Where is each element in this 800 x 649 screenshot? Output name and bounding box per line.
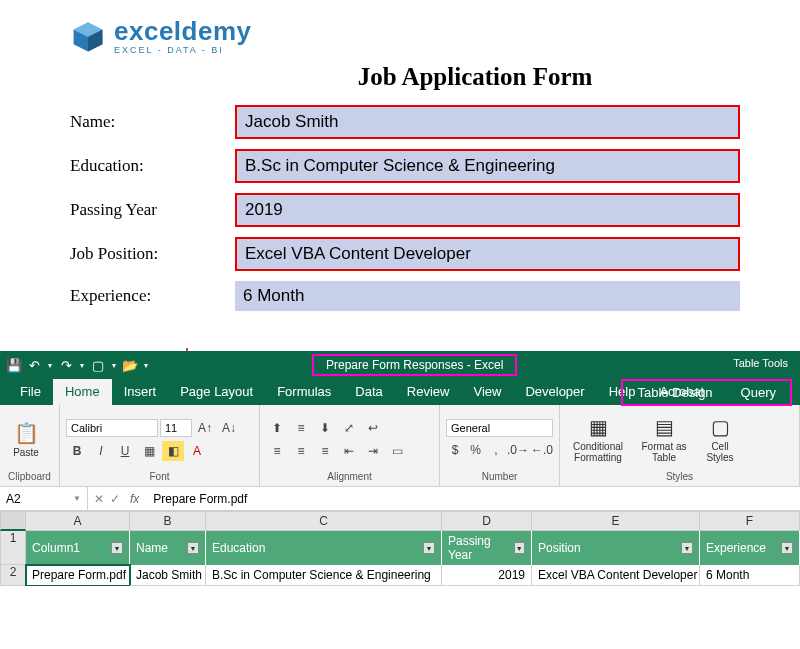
align-left-icon[interactable]: ≡ xyxy=(266,441,288,461)
form-title: Job Application Form xyxy=(210,63,740,91)
align-right-icon[interactable]: ≡ xyxy=(314,441,336,461)
cell-B2[interactable]: Jacob Smith xyxy=(130,565,206,586)
new-icon[interactable]: ▢ xyxy=(90,357,106,373)
formula-input[interactable]: Prepare Form.pdf xyxy=(145,492,800,506)
indent-inc-icon[interactable]: ⇥ xyxy=(362,441,384,461)
undo-icon[interactable]: ↶ xyxy=(26,357,42,373)
tab-home[interactable]: Home xyxy=(53,379,112,405)
percent-icon[interactable]: % xyxy=(466,440,484,460)
label-passing: Passing Year xyxy=(70,200,235,220)
inc-decimal-icon[interactable]: .0→ xyxy=(507,440,529,460)
wrap-text-icon[interactable]: ↩ xyxy=(362,418,384,438)
label-experience: Experience: xyxy=(70,286,235,306)
tab-formulas[interactable]: Formulas xyxy=(265,379,343,405)
th-experience[interactable]: Experience▼ xyxy=(700,531,800,565)
align-top-icon[interactable]: ⬆ xyxy=(266,418,288,438)
tab-view[interactable]: View xyxy=(461,379,513,405)
cond-fmt-icon: ▦ xyxy=(589,415,608,439)
align-bottom-icon[interactable]: ⬇ xyxy=(314,418,336,438)
paste-button[interactable]: 📋 Paste xyxy=(6,421,46,458)
input-name[interactable]: Jacob Smith xyxy=(235,105,740,139)
cell-A2[interactable]: Prepare Form.pdf xyxy=(26,565,130,586)
th-position[interactable]: Position▼ xyxy=(532,531,700,565)
col-E[interactable]: E xyxy=(532,511,700,531)
table-header-row: 1 Column1▼ Name▼ Education▼ Passing Year… xyxy=(0,531,800,565)
col-C[interactable]: C xyxy=(206,511,442,531)
filter-icon[interactable]: ▼ xyxy=(423,542,435,554)
input-position[interactable]: Excel VBA Content Developer xyxy=(235,237,740,271)
tab-file[interactable]: File xyxy=(8,379,53,405)
filter-icon[interactable]: ▼ xyxy=(781,542,793,554)
window-title: Prepare Form Responses - Excel xyxy=(312,354,517,376)
cell-D2[interactable]: 2019 xyxy=(442,565,532,586)
tab-review[interactable]: Review xyxy=(395,379,462,405)
tab-data[interactable]: Data xyxy=(343,379,394,405)
enter-icon[interactable]: ✓ xyxy=(110,492,120,506)
tab-developer[interactable]: Developer xyxy=(513,379,596,405)
filter-icon[interactable]: ▼ xyxy=(514,542,525,554)
col-A[interactable]: A xyxy=(26,511,130,531)
open-icon[interactable]: 📂 xyxy=(122,357,138,373)
col-D[interactable]: D xyxy=(442,511,532,531)
fx-icon[interactable]: fx xyxy=(130,492,139,506)
th-name[interactable]: Name▼ xyxy=(130,531,206,565)
currency-icon[interactable]: $ xyxy=(446,440,464,460)
decrease-font-icon[interactable]: A↓ xyxy=(218,418,240,438)
cell-E2[interactable]: Excel VBA Content Developer xyxy=(532,565,700,586)
cell-C2[interactable]: B.Sc in Computer Science & Engineering xyxy=(206,565,442,586)
th-passing-year[interactable]: Passing Year▼ xyxy=(442,531,532,565)
indent-dec-icon[interactable]: ⇤ xyxy=(338,441,360,461)
input-education[interactable]: B.Sc in Computer Science & Engineering xyxy=(235,149,740,183)
col-B[interactable]: B xyxy=(130,511,206,531)
cancel-icon[interactable]: ✕ xyxy=(94,492,104,506)
align-center-icon[interactable]: ≡ xyxy=(290,441,312,461)
tab-table-design[interactable]: Table Design xyxy=(623,381,726,404)
name-box[interactable]: A2▼ xyxy=(0,487,88,510)
quick-access-toolbar: 💾 ↶▾ ↷▾ ▢▾ 📂 ▾ Prepare Form Responses - … xyxy=(0,351,800,379)
number-format-select[interactable]: General xyxy=(446,419,553,437)
fill-color-icon[interactable]: ◧ xyxy=(162,441,184,461)
underline-button[interactable]: U xyxy=(114,441,136,461)
chevron-down-icon: ▼ xyxy=(73,494,81,503)
font-name-select[interactable]: Calibri xyxy=(66,419,158,437)
row-2[interactable]: 2 xyxy=(0,565,26,586)
border-icon[interactable]: ▦ xyxy=(138,441,160,461)
redo-icon[interactable]: ↷ xyxy=(58,357,74,373)
cell-styles-button[interactable]: ▢ Cell Styles xyxy=(698,415,742,463)
ribbon-tabs: File Home Insert Page Layout Formulas Da… xyxy=(0,379,800,405)
exceldemy-icon xyxy=(70,19,106,55)
font-color-icon[interactable]: A xyxy=(186,441,208,461)
tab-insert[interactable]: Insert xyxy=(112,379,169,405)
logo: exceldemy EXCEL - DATA - BI xyxy=(70,18,740,55)
merge-icon[interactable]: ▭ xyxy=(386,441,408,461)
tab-query[interactable]: Query xyxy=(727,381,790,404)
col-F[interactable]: F xyxy=(700,511,800,531)
italic-button[interactable]: I xyxy=(90,441,112,461)
cell-styles-icon: ▢ xyxy=(711,415,730,439)
align-middle-icon[interactable]: ≡ xyxy=(290,418,312,438)
input-experience[interactable]: 6 Month xyxy=(235,281,740,311)
filter-icon[interactable]: ▼ xyxy=(111,542,123,554)
label-position: Job Position: xyxy=(70,244,235,264)
cell-F2[interactable]: 6 Month xyxy=(700,565,800,586)
orientation-icon[interactable]: ⤢ xyxy=(338,418,360,438)
font-size-select[interactable]: 11 xyxy=(160,419,192,437)
th-column1[interactable]: Column1▼ xyxy=(26,531,130,565)
filter-icon[interactable]: ▼ xyxy=(681,542,693,554)
input-passing[interactable]: 2019 xyxy=(235,193,740,227)
tab-page-layout[interactable]: Page Layout xyxy=(168,379,265,405)
save-icon[interactable]: 💾 xyxy=(6,357,22,373)
contextual-label: Table Tools xyxy=(733,357,788,369)
comma-icon[interactable]: , xyxy=(487,440,505,460)
ribbon: 📋 Paste Clipboard Calibri 11 A↑ A↓ B xyxy=(0,405,800,487)
format-as-table-button[interactable]: ▤ Format as Table xyxy=(638,415,690,463)
conditional-formatting-button[interactable]: ▦ Conditional Formatting xyxy=(566,415,630,463)
filter-icon[interactable]: ▼ xyxy=(187,542,199,554)
row-1[interactable]: 1 xyxy=(0,531,26,565)
bold-button[interactable]: B xyxy=(66,441,88,461)
select-all[interactable] xyxy=(0,511,26,531)
group-styles: Styles xyxy=(566,469,793,484)
dec-decimal-icon[interactable]: ←.0 xyxy=(531,440,553,460)
th-education[interactable]: Education▼ xyxy=(206,531,442,565)
increase-font-icon[interactable]: A↑ xyxy=(194,418,216,438)
